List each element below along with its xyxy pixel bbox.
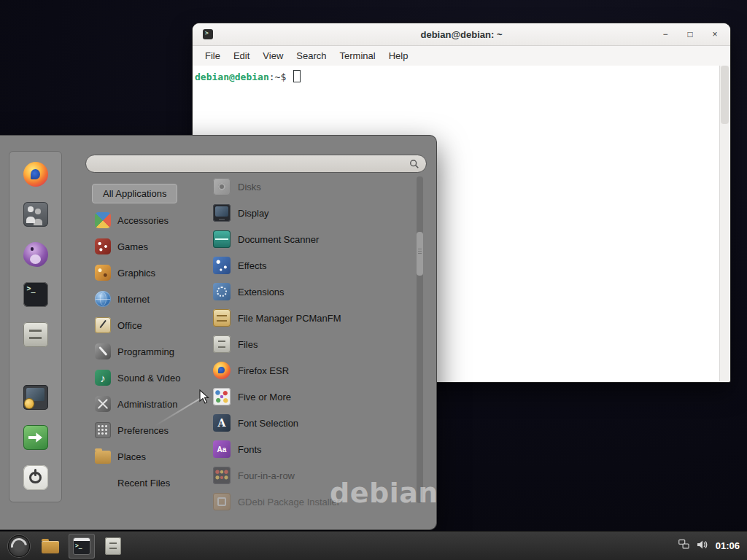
menu-search-box [85, 155, 427, 173]
shutdown-button[interactable] [22, 464, 50, 491]
terminal-cursor [293, 70, 301, 82]
category-label: Graphics [117, 268, 155, 279]
app-effects[interactable]: Effects [213, 252, 416, 279]
app-extensions[interactable]: Extensions [213, 279, 416, 305]
app-label: Effects [238, 260, 267, 271]
lock-screen-button[interactable] [22, 384, 50, 411]
category-programming[interactable]: Programming [90, 338, 212, 365]
folder-icon [42, 541, 59, 553]
network-icon[interactable] [678, 539, 689, 553]
sidebar-favorites [22, 160, 50, 349]
category-internet[interactable]: Internet [90, 286, 212, 312]
category-preferences[interactable]: Preferences [90, 417, 212, 443]
app-four-in-a-row[interactable]: Four-in-a-row [213, 462, 416, 489]
category-label: All Applications [103, 188, 166, 199]
logout-button[interactable] [22, 424, 50, 451]
terminal-window-title: debian@debian: ~ [193, 29, 730, 40]
system-tray: 01:06 [678, 539, 741, 553]
category-places[interactable]: Places [90, 443, 212, 470]
programming-icon [95, 343, 111, 359]
app-fonts[interactable]: Fonts [213, 436, 416, 462]
category-recent-files[interactable]: Recent Files [90, 470, 212, 496]
sidebar-item-chat[interactable] [22, 241, 50, 268]
menubar-item[interactable]: File [198, 50, 227, 61]
menubar-item[interactable]: Terminal [333, 50, 382, 61]
minimize-button[interactable]: − [660, 30, 670, 39]
terminal-scrollbar[interactable] [719, 66, 729, 381]
close-button[interactable]: × [710, 30, 720, 39]
category-office[interactable]: Office [90, 312, 212, 338]
app-label: Document Scanner [238, 234, 319, 245]
category-label: Administration [117, 399, 177, 410]
app-label: Five or More [238, 392, 291, 402]
extensions-icon [213, 283, 231, 300]
app-file-manager-pcmanfm[interactable]: File Manager PCManFM [213, 305, 416, 331]
menu-logo-icon [8, 535, 30, 557]
app-document-scanner[interactable]: Document Scanner [213, 226, 416, 252]
menu-scrollbar-thumb[interactable] [417, 232, 423, 276]
category-label: Internet [117, 294, 150, 305]
sidebar-session [22, 384, 50, 491]
category-label: Programming [117, 346, 174, 357]
admin-icon [95, 396, 111, 412]
menu-button[interactable] [6, 534, 32, 559]
sb-logout-icon [23, 425, 48, 450]
menubar-item[interactable]: Search [290, 50, 333, 61]
category-accessories[interactable]: Accessories [90, 207, 212, 233]
category-label: Office [117, 320, 142, 331]
sidebar-item-files[interactable] [22, 321, 50, 349]
terminal-menubar: FileEditViewSearchTerminalHelp [193, 46, 730, 66]
search-input[interactable] [93, 158, 409, 170]
office-icon [95, 317, 111, 333]
app-display[interactable]: Display [213, 200, 416, 226]
volume-icon[interactable] [697, 539, 708, 553]
category-games[interactable]: Games [90, 233, 212, 260]
category-label: Games [117, 241, 148, 252]
taskbar-terminal-button[interactable] [69, 534, 95, 559]
terminal-icon [73, 537, 90, 555]
window-controls: − □ × [660, 23, 720, 45]
desktop: debian@debian: ~ − □ × FileEditViewSearc… [0, 0, 747, 560]
app-label: Extensions [238, 287, 285, 298]
terminal-scrollbar-thumb[interactable] [721, 66, 729, 124]
menu-scrollbar[interactable] [417, 176, 423, 503]
app-font-selection[interactable]: Font Selection [213, 410, 416, 436]
accessories-icon [95, 212, 111, 228]
category-label: Preferences [117, 425, 169, 436]
menubar-item[interactable]: Help [382, 50, 415, 61]
taskbar-files-button[interactable] [100, 534, 126, 559]
app-disks[interactable]: Disks [213, 174, 416, 200]
application-list: Disks Display Document Scanner Effects E… [213, 174, 416, 515]
sb-firefox-icon [23, 162, 48, 187]
taskbar-launchers [6, 534, 126, 559]
category-administration[interactable]: Administration [90, 391, 212, 417]
app-five-or-more[interactable]: Five or More [213, 384, 416, 410]
menubar-item[interactable]: Edit [227, 50, 256, 61]
app-files[interactable]: Files [213, 331, 416, 357]
fonts-icon [213, 440, 231, 458]
firefox-icon [213, 362, 231, 379]
sidebar-item-terminal[interactable] [22, 281, 50, 308]
files-app-icon [213, 335, 231, 353]
sidebar-item-firefox[interactable] [22, 160, 50, 188]
category-all-applications[interactable]: All Applications [92, 184, 177, 203]
sb-pidgin-icon [23, 242, 48, 267]
taskbar-file-manager-button[interactable] [37, 534, 63, 559]
menu-sidebar [9, 151, 62, 502]
terminal-titlebar[interactable]: debian@debian: ~ − □ × [193, 23, 730, 46]
clock[interactable]: 01:06 [716, 540, 740, 551]
category-label: Sound & Video [117, 373, 181, 384]
category-graphics[interactable]: Graphics [90, 260, 212, 286]
category-sound-video[interactable]: Sound & Video [90, 365, 212, 391]
app-label: Disks [238, 182, 261, 192]
taskbar: 01:06 [0, 531, 747, 560]
app-firefox-esr[interactable]: Firefox ESR [213, 357, 416, 384]
sound-icon [95, 370, 111, 386]
fourinarow-icon [213, 467, 231, 484]
sidebar-item-users[interactable] [22, 201, 50, 228]
app-gdebi-package-installer[interactable]: GDebi Package Installer [213, 489, 416, 515]
sb-files-icon [23, 322, 48, 347]
maximize-button[interactable]: □ [685, 30, 695, 39]
menubar-item[interactable]: View [256, 50, 290, 61]
app-label: GDebi Package Installer [238, 497, 340, 508]
